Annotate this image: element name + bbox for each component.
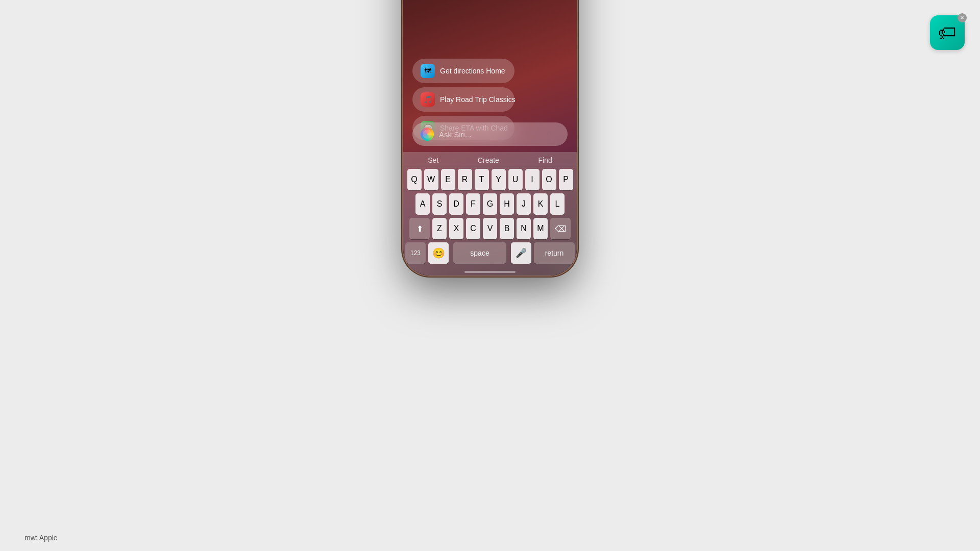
- space-key[interactable]: space: [453, 242, 506, 264]
- key-t[interactable]: T: [475, 169, 489, 190]
- key-i[interactable]: I: [525, 169, 540, 190]
- key-v[interactable]: V: [483, 218, 497, 239]
- siri-input-bar[interactable]: Ask Siri...: [412, 122, 568, 146]
- return-key[interactable]: return: [534, 242, 575, 264]
- key-b[interactable]: B: [500, 218, 514, 239]
- suggestion-directions-label: Get directions Home: [440, 67, 505, 75]
- keyboard-row-4: 123 😊 space 🎤 return: [403, 241, 577, 265]
- num-key[interactable]: 123: [405, 242, 426, 264]
- suggestion-create[interactable]: Create: [478, 156, 499, 164]
- key-u[interactable]: U: [508, 169, 523, 190]
- app-icon-container: 🏷 ✕: [930, 15, 965, 50]
- suggestion-find[interactable]: Find: [538, 156, 552, 164]
- key-z[interactable]: Z: [432, 218, 447, 239]
- key-w[interactable]: W: [424, 169, 438, 190]
- key-c[interactable]: C: [466, 218, 480, 239]
- key-p[interactable]: P: [559, 169, 573, 190]
- key-q[interactable]: Q: [407, 169, 422, 190]
- watermark: mw: Apple: [24, 534, 58, 542]
- key-e[interactable]: E: [441, 169, 455, 190]
- delete-key[interactable]: ⌫: [550, 218, 571, 239]
- shift-key[interactable]: ⬆: [409, 218, 430, 239]
- key-r[interactable]: R: [458, 169, 472, 190]
- emoji-key[interactable]: 😊: [428, 242, 449, 264]
- key-g[interactable]: G: [483, 193, 497, 215]
- power-button[interactable]: [577, 181, 579, 222]
- key-f[interactable]: F: [466, 193, 480, 215]
- app-icon-close[interactable]: ✕: [958, 13, 967, 22]
- key-j[interactable]: J: [517, 193, 531, 215]
- suggestion-music[interactable]: 🎵 Play Road Trip Classics: [412, 87, 514, 112]
- siri-placeholder: Ask Siri...: [439, 130, 471, 139]
- key-l[interactable]: L: [550, 193, 565, 215]
- key-y[interactable]: Y: [492, 169, 506, 190]
- key-s[interactable]: S: [432, 193, 447, 215]
- key-o[interactable]: O: [542, 169, 556, 190]
- dictate-key[interactable]: 🎤: [511, 242, 531, 264]
- keyboard-row-3: ⬆ Z X C V B N M ⌫: [403, 216, 577, 241]
- lock-screen: Mon 10 ☀ Tiburon 9:41 🗺 Get directions H…: [403, 0, 577, 276]
- key-n[interactable]: N: [517, 218, 531, 239]
- music-icon: 🎵: [421, 92, 435, 107]
- key-m[interactable]: M: [533, 218, 548, 239]
- key-k[interactable]: K: [533, 193, 548, 215]
- key-h[interactable]: H: [500, 193, 514, 215]
- keyboard-row-1: Q W E R T Y U I O P: [403, 167, 577, 192]
- home-indicator: [464, 271, 516, 273]
- key-x[interactable]: X: [449, 218, 463, 239]
- siri-ring-icon: [421, 128, 434, 141]
- maps-icon: 🗺: [421, 64, 435, 78]
- key-d[interactable]: D: [449, 193, 463, 215]
- keyboard: Set Create Find Q W E R T Y U I O: [403, 152, 577, 276]
- suggestion-directions[interactable]: 🗺 Get directions Home: [412, 59, 514, 83]
- phone-screen: ▲ Mon 10 ☀ Tiburon 9:41 🗺 Get directions…: [403, 0, 577, 276]
- key-a[interactable]: A: [415, 193, 430, 215]
- keyboard-suggestions-row: Set Create Find: [403, 152, 577, 167]
- keyboard-row-2: A S D F G H J K L: [403, 192, 577, 216]
- suggestion-music-label: Play Road Trip Classics: [440, 95, 516, 104]
- suggestion-set[interactable]: Set: [428, 156, 438, 164]
